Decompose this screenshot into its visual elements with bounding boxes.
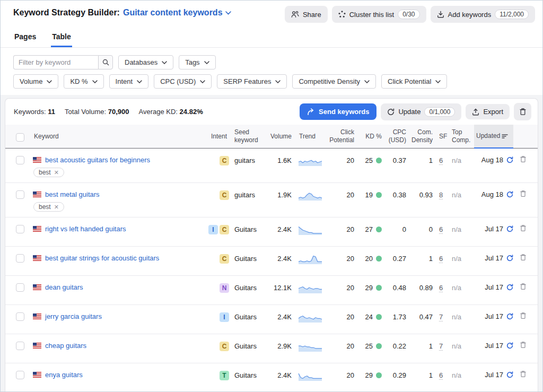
intent-badges: IC bbox=[205, 217, 229, 234]
row-refresh-button[interactable] bbox=[506, 342, 513, 349]
keyword-link[interactable]: best guitar strings for acoustic guitars bbox=[45, 254, 159, 262]
row-refresh-button[interactable] bbox=[506, 225, 513, 232]
top-bar: Keyword Strategy Builder: Guitar content… bbox=[1, 1, 542, 23]
row-checkbox[interactable] bbox=[16, 156, 24, 164]
row-delete-button[interactable] bbox=[520, 155, 527, 163]
keyword-link[interactable]: right vs left handed guitars bbox=[45, 225, 126, 233]
sf-value[interactable]: 7 bbox=[439, 313, 443, 321]
sf-value[interactable]: 6 bbox=[439, 284, 443, 292]
col-volume[interactable]: Volume bbox=[268, 125, 294, 148]
kd-cell: 29 bbox=[356, 363, 384, 379]
row-refresh-button[interactable] bbox=[506, 255, 513, 262]
keyword-tag[interactable]: best✕ bbox=[33, 168, 64, 177]
share-button[interactable]: Share bbox=[285, 6, 328, 23]
row-delete-button[interactable] bbox=[520, 341, 527, 349]
row-delete-button[interactable] bbox=[520, 254, 527, 261]
sf-value[interactable]: 7 bbox=[439, 342, 443, 351]
tag-remove-icon[interactable]: ✕ bbox=[54, 204, 59, 211]
sf-cell: 6 bbox=[435, 363, 450, 379]
filter-dropdown-competitive-density[interactable]: Competitive Density bbox=[292, 74, 376, 89]
tab-table[interactable]: Table bbox=[51, 30, 72, 47]
row-refresh-button[interactable] bbox=[506, 191, 513, 198]
filter-dropdown-click-potential[interactable]: Click Potential bbox=[381, 74, 447, 89]
send-keywords-button[interactable]: Send keywords bbox=[300, 103, 376, 120]
add-keywords-button[interactable]: Add keywords 11/2,000 bbox=[431, 6, 535, 23]
tab-pages[interactable]: Pages bbox=[13, 30, 37, 47]
keyword-link[interactable]: best acoustic guitars for beginners bbox=[45, 156, 150, 164]
export-button[interactable]: Export bbox=[466, 104, 510, 119]
seed-keyword-cell: Guitars bbox=[229, 276, 268, 292]
filter-dropdown-intent[interactable]: Intent bbox=[109, 74, 149, 89]
row-checkbox[interactable] bbox=[16, 225, 24, 233]
intent-badge-C: C bbox=[220, 190, 229, 200]
kd-cell: 20 bbox=[356, 247, 384, 263]
col-keyword[interactable]: Keyword bbox=[32, 125, 205, 148]
sf-value[interactable]: 6 bbox=[439, 371, 443, 380]
filter-dropdown-serp-features[interactable]: SERP Features bbox=[217, 74, 287, 89]
table-row: best metal guitars best✕ C guitars 1.9K … bbox=[5, 183, 538, 217]
search-button[interactable] bbox=[98, 55, 113, 69]
keyword-link[interactable]: enya guitars bbox=[45, 371, 83, 379]
row-checkbox[interactable] bbox=[16, 312, 24, 321]
table-row: jerry garcia guitars I Guitars 2.4K 20 2… bbox=[5, 305, 538, 334]
sf-value[interactable]: 6 bbox=[439, 225, 443, 234]
sf-value[interactable]: 6 bbox=[439, 255, 443, 263]
row-delete-button[interactable] bbox=[520, 283, 527, 290]
row-refresh-button[interactable] bbox=[506, 284, 513, 291]
delete-list-button[interactable] bbox=[514, 103, 531, 120]
tag-remove-icon[interactable]: ✕ bbox=[54, 169, 59, 176]
intent-badge-I: I bbox=[220, 312, 229, 322]
row-checkbox[interactable] bbox=[16, 283, 24, 292]
row-checkbox[interactable] bbox=[16, 342, 24, 350]
col-updated[interactable]: Updated bbox=[474, 125, 513, 149]
filter-dropdown-databases[interactable]: Databases bbox=[118, 55, 173, 69]
col-kd[interactable]: KD % bbox=[356, 125, 384, 148]
filter-dropdown-kd-[interactable]: KD % bbox=[64, 74, 103, 89]
cpc-cell: 0.37 bbox=[384, 149, 408, 164]
density-cell: 0.47 bbox=[408, 305, 435, 321]
col-cpc[interactable]: CPC (USD) bbox=[384, 125, 408, 148]
row-refresh-button[interactable] bbox=[506, 156, 513, 163]
updated-cell: Aug 18 bbox=[474, 183, 513, 198]
kd-value: 29 bbox=[365, 371, 373, 379]
col-click-potential[interactable]: Click Potential bbox=[323, 125, 356, 148]
keyword-link[interactable]: dean guitars bbox=[45, 283, 83, 291]
col-intent[interactable]: Intent bbox=[205, 125, 229, 148]
row-refresh-button[interactable] bbox=[506, 313, 513, 320]
update-button[interactable]: Update 0/1,000 bbox=[381, 103, 461, 120]
row-delete-button[interactable] bbox=[520, 312, 527, 319]
keyword-tag[interactable]: best✕ bbox=[33, 202, 64, 212]
select-all-checkbox[interactable] bbox=[16, 133, 24, 142]
keyword-link[interactable]: jerry garcia guitars bbox=[45, 312, 102, 320]
us-flag-icon bbox=[33, 284, 41, 290]
row-delete-button[interactable] bbox=[520, 190, 527, 197]
keyword-filter-input[interactable] bbox=[13, 55, 98, 69]
row-delete-button[interactable] bbox=[520, 370, 527, 378]
col-com-density[interactable]: Com. Density bbox=[408, 125, 435, 148]
keyword-link[interactable]: cheap guitars bbox=[45, 342, 86, 350]
list-name-dropdown[interactable]: Guitar content keywords bbox=[123, 8, 231, 18]
row-delete-button[interactable] bbox=[520, 224, 527, 232]
col-top-comp[interactable]: Top Comp. bbox=[450, 125, 474, 148]
col-seed-keyword[interactable]: Seed keyword bbox=[229, 125, 268, 148]
filter-dropdown-tags[interactable]: Tags bbox=[179, 55, 215, 69]
row-checkbox[interactable] bbox=[16, 190, 24, 199]
col-sf[interactable]: SF bbox=[435, 125, 450, 148]
cluster-list-button[interactable]: Cluster this list 0/30 bbox=[332, 6, 426, 23]
intent-badges: C bbox=[205, 183, 229, 200]
keyword-link[interactable]: best metal guitars bbox=[45, 190, 100, 198]
cpc-cell: 0.38 bbox=[384, 183, 408, 199]
col-trend[interactable]: Trend bbox=[294, 125, 323, 148]
people-icon bbox=[291, 11, 299, 18]
row-refresh-button[interactable] bbox=[506, 371, 513, 378]
list-stats: Keywords: 11 Total Volume: 70,900 Averag… bbox=[14, 108, 203, 116]
keyword-cell: best guitar strings for acoustic guitars bbox=[32, 247, 205, 267]
row-checkbox[interactable] bbox=[16, 371, 24, 379]
sf-value[interactable]: 6 bbox=[439, 156, 443, 165]
filter-dropdown-volume[interactable]: Volume bbox=[13, 74, 58, 89]
row-actions-cell bbox=[513, 363, 532, 379]
header-checkbox-cell bbox=[14, 125, 32, 148]
row-checkbox[interactable] bbox=[16, 254, 24, 263]
filter-dropdown-cpc-usd-[interactable]: CPC (USD) bbox=[154, 74, 212, 89]
sf-value[interactable]: 8 bbox=[439, 191, 443, 199]
